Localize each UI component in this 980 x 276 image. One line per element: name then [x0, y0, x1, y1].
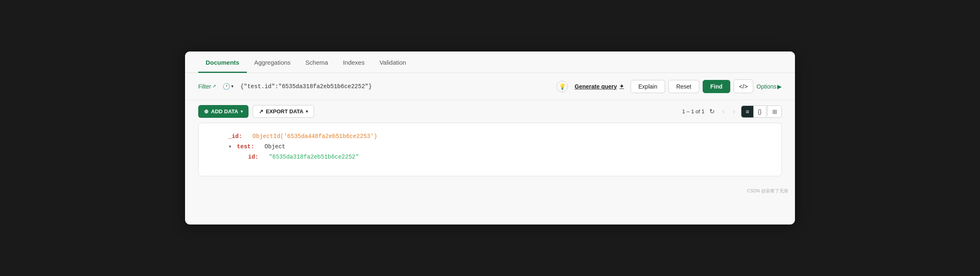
chevron-right-icon: › [733, 107, 735, 115]
id-value: ObjectId('6535da448fa2eb51b6ce2253') [253, 133, 377, 140]
table-view-button[interactable]: ⊞ [768, 106, 781, 117]
find-button[interactable]: Find [703, 80, 731, 93]
pagination-info: 1 – 1 of 1 [682, 108, 704, 115]
export-data-button[interactable]: ↗ EXPORT DATA ▾ [253, 105, 314, 118]
tab-validation[interactable]: Validation [372, 51, 414, 73]
refresh-icon: ↻ [709, 108, 715, 115]
export-icon: ↗ [259, 108, 263, 115]
json-icon: {} [758, 108, 762, 115]
watermark: CSDN @寂夜了无痕 [185, 186, 795, 197]
json-view-button[interactable]: {} [754, 106, 766, 117]
main-window: Documents Aggregations Schema Indexes Va… [185, 51, 795, 225]
test-value: Object [265, 143, 285, 150]
bulb-icon[interactable]: 💡 [556, 81, 568, 92]
clock-history-button[interactable]: 🕐 ▾ [220, 81, 236, 92]
prev-page-button[interactable]: ‹ [720, 105, 727, 117]
generate-query-button[interactable]: Generate query ✦ [571, 82, 627, 91]
tab-indexes[interactable]: Indexes [335, 51, 372, 73]
toolbar: ⊕ ADD DATA ▾ ↗ EXPORT DATA ▾ 1 – 1 of 1 … [185, 100, 795, 123]
plus-circle-icon: ⊕ [204, 108, 209, 115]
explain-button[interactable]: Explain [631, 80, 665, 93]
external-link-icon: ↗ [212, 84, 216, 89]
filter-link[interactable]: Filter ↗ [198, 83, 216, 90]
add-data-dropdown-icon: ▾ [241, 109, 243, 114]
refresh-button[interactable]: ↻ [708, 106, 716, 117]
view-mode-buttons: ≡ {} ⊞ [741, 105, 782, 118]
test-key: test: [237, 143, 254, 150]
document-test-row: ▾ test: Object [209, 142, 771, 152]
reset-button[interactable]: Reset [668, 80, 699, 93]
code-view-button[interactable]: </> [734, 80, 753, 93]
tab-aggregations[interactable]: Aggregations [247, 51, 298, 73]
tabs-bar: Documents Aggregations Schema Indexes Va… [185, 51, 795, 73]
filter-bar: Filter ↗ 🕐 ▾ 💡 Generate query ✦ Explain … [185, 73, 795, 100]
list-icon: ≡ [746, 108, 749, 115]
collapse-icon[interactable]: ▾ [228, 142, 232, 152]
filter-actions: 💡 Generate query ✦ Explain Reset Find </… [556, 80, 782, 93]
next-page-button[interactable]: › [730, 105, 738, 117]
clock-dropdown-icon: ▾ [231, 84, 234, 89]
export-dropdown-icon: ▾ [306, 109, 308, 114]
document-nested-id-row: id: "6535da318fa2eb51b6ce2252" [209, 152, 771, 162]
view-divider [767, 106, 767, 116]
toolbar-right: 1 – 1 of 1 ↻ ‹ › ≡ {} ⊞ [682, 105, 782, 118]
options-arrow-icon: ▶ [777, 83, 782, 90]
chevron-left-icon: ‹ [722, 107, 724, 115]
id-key: _id: [228, 133, 242, 140]
nested-id-key: id: [248, 154, 258, 160]
filter-input[interactable] [240, 83, 552, 90]
list-view-button[interactable]: ≡ [741, 106, 753, 117]
tab-documents[interactable]: Documents [198, 51, 247, 73]
sparkle-icon: ✦ [619, 83, 624, 89]
tab-schema[interactable]: Schema [298, 51, 335, 73]
clock-icon: 🕐 [223, 83, 230, 90]
add-data-button[interactable]: ⊕ ADD DATA ▾ [198, 105, 249, 118]
nested-id-value: "6535da318fa2eb51b6ce2252" [269, 154, 359, 160]
document-id-row: _id: ObjectId('6535da448fa2eb51b6ce2253'… [209, 131, 771, 142]
options-button[interactable]: Options ▶ [757, 83, 782, 90]
table-icon: ⊞ [772, 108, 777, 115]
documents-area: _id: ObjectId('6535da448fa2eb51b6ce2253'… [198, 123, 782, 176]
